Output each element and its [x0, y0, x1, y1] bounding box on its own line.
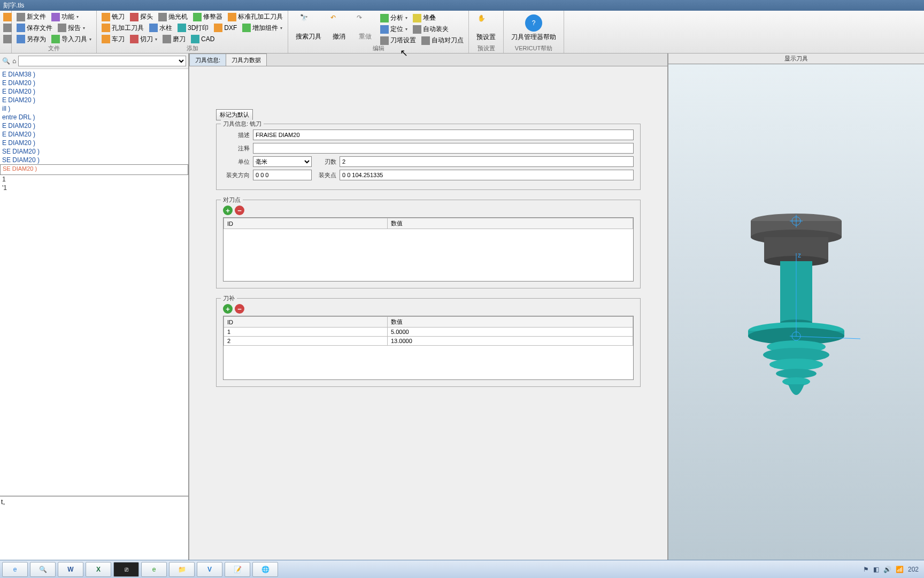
- gage-table-wrap[interactable]: ID数值: [223, 217, 634, 282]
- open-icon[interactable]: [3, 13, 12, 21]
- taskbar-magnifier[interactable]: 🔍: [30, 562, 56, 577]
- tab-tool-force[interactable]: 刀具力数据: [226, 54, 267, 66]
- tree-item[interactable]: SE DIAM20 ): [0, 147, 188, 156]
- 3dprint-button[interactable]: 3D打印: [176, 23, 210, 33]
- tree-item[interactable]: E DIAM20 ): [0, 96, 188, 104]
- stack-button[interactable]: 堆叠: [411, 13, 437, 23]
- comp-del-button[interactable]: −: [235, 304, 244, 314]
- tab-tool-info[interactable]: 刀具信息:: [189, 54, 226, 66]
- tree-item[interactable]: E DIAM20 ): [0, 130, 188, 139]
- page-icon[interactable]: [3, 35, 12, 43]
- tray-clock[interactable]: 202: [908, 566, 919, 573]
- table-row[interactable]: 15.0000: [224, 328, 633, 337]
- gage-col-val: 数值: [388, 218, 633, 229]
- tool-3d-model: z: [721, 194, 871, 430]
- taskbar-word[interactable]: W: [58, 562, 83, 577]
- gage-del-button[interactable]: −: [235, 206, 244, 215]
- save-file-button[interactable]: 保存文件: [15, 23, 54, 33]
- orient-input[interactable]: [253, 170, 312, 180]
- 3d-viewport[interactable]: z: [668, 64, 924, 560]
- taskbar-app2[interactable]: 🌐: [252, 562, 278, 577]
- save-as-button[interactable]: 另存为: [15, 34, 48, 44]
- tree-item[interactable]: E DIAM20 ): [0, 139, 188, 147]
- note-input[interactable]: [253, 143, 634, 154]
- tree-item[interactable]: E DIAM20 ): [0, 79, 188, 87]
- help-button[interactable]: ?刀具管理器帮助: [507, 12, 560, 44]
- analysis-icon: [380, 14, 389, 22]
- comp-add-button[interactable]: +: [223, 304, 233, 314]
- cad-button[interactable]: CAD: [189, 34, 216, 44]
- tool-info-fieldset: 刀具信息: 铣刀 描述 注释 单位 毫米 刃数 装夹方向: [216, 124, 641, 190]
- tray-volume-icon[interactable]: 🔊: [883, 566, 891, 573]
- new-file-icon: [17, 13, 25, 21]
- locate-button[interactable]: 定位▾: [379, 24, 409, 34]
- unit-select[interactable]: 毫米: [253, 156, 312, 167]
- tray-network-icon[interactable]: ◧: [873, 566, 879, 573]
- import-tool-button[interactable]: 导入刀具▾: [50, 34, 93, 44]
- dxf-button[interactable]: DXF: [212, 23, 238, 33]
- tree-item[interactable]: 1: [0, 175, 188, 184]
- analysis-button[interactable]: 分析▾: [379, 13, 409, 23]
- viewport-title: 显示刀具: [668, 54, 924, 64]
- comp-table-wrap[interactable]: ID数值 15.0000213.0000: [223, 316, 634, 380]
- std-hole-button[interactable]: 标准孔加工刀具: [226, 12, 284, 22]
- tree-item[interactable]: E DIAM38 ): [0, 70, 188, 79]
- right-panel: 显示刀具: [667, 54, 924, 560]
- lathe-button[interactable]: 车刀: [100, 34, 126, 44]
- taskbar-explorer[interactable]: 📁: [169, 562, 195, 577]
- mark-default-button[interactable]: 标记为默认: [216, 109, 253, 120]
- function-button[interactable]: 功能▾: [50, 12, 80, 22]
- taskbar-vericut[interactable]: V: [197, 562, 222, 577]
- cad-icon: [191, 35, 199, 43]
- polish-button[interactable]: 抛光机: [157, 12, 189, 22]
- home-icon[interactable]: ⌂: [12, 57, 16, 65]
- tree-item-selected[interactable]: SE DIAM20 ): [0, 164, 188, 175]
- tree-item[interactable]: entre DRL ): [0, 113, 188, 121]
- mill-button[interactable]: 铣刀: [100, 12, 126, 22]
- point-input[interactable]: [340, 170, 634, 180]
- taskbar-notepad[interactable]: 📝: [225, 562, 250, 577]
- taskbar-ie[interactable]: e: [2, 562, 28, 577]
- tray-signal-icon[interactable]: 📶: [896, 566, 904, 573]
- redo-button[interactable]: ↷重做: [352, 12, 378, 43]
- search-bar: 🔍 ⌂: [0, 54, 188, 69]
- binoculars-small-icon[interactable]: 🔍: [2, 57, 10, 65]
- tree-item[interactable]: ill ): [0, 104, 188, 113]
- gage-add-button[interactable]: +: [223, 206, 233, 215]
- preset-button[interactable]: ✋预设置: [472, 12, 500, 44]
- teeth-input[interactable]: [340, 156, 634, 167]
- grind-button[interactable]: 磨刀: [161, 34, 187, 44]
- tree-item[interactable]: E DIAM20 ): [0, 121, 188, 130]
- tree-item[interactable]: E DIAM20 ): [0, 87, 188, 96]
- binoculars-icon: 🔭: [300, 14, 317, 31]
- svg-point-12: [769, 359, 823, 370]
- report-button[interactable]: 报告▾: [56, 23, 87, 33]
- tree-item[interactable]: '1: [0, 184, 188, 192]
- system-tray[interactable]: ⚑ ◧ 🔊 📶 202: [863, 566, 922, 573]
- saveas-icon: [17, 35, 25, 43]
- auto-clamp-button[interactable]: 自动装夹: [411, 24, 450, 34]
- desc-input[interactable]: [253, 130, 634, 140]
- search-dropdown[interactable]: [18, 56, 186, 66]
- search-tool-button[interactable]: 🔭搜索刀具: [291, 12, 326, 43]
- dresser-button[interactable]: 修整器: [191, 12, 224, 22]
- cut-button[interactable]: 切刀▾: [128, 34, 159, 44]
- tray-flag-icon[interactable]: ⚑: [863, 566, 869, 573]
- hole-tool-button[interactable]: 孔加工刀具: [100, 23, 145, 33]
- doc-icon[interactable]: [3, 24, 12, 32]
- tabs: 刀具信息: 刀具力数据: [189, 54, 667, 66]
- tree-item[interactable]: SE DIAM20 ): [0, 156, 188, 164]
- probe-button[interactable]: 探头: [128, 12, 155, 22]
- taskbar-excel[interactable]: X: [86, 562, 111, 577]
- taskbar-app1[interactable]: ⎚: [113, 562, 139, 577]
- water-button[interactable]: 水柱: [148, 23, 174, 33]
- undo-button[interactable]: ↶撤消: [326, 12, 352, 43]
- undo-icon: ↶: [330, 14, 348, 31]
- addcomp-icon: [242, 24, 251, 32]
- table-row[interactable]: 213.0000: [224, 337, 633, 346]
- add-comp-button[interactable]: 增加组件▾: [241, 23, 284, 33]
- new-file-button[interactable]: 新文件: [15, 12, 48, 22]
- mill-icon: [102, 13, 110, 21]
- tool-tree[interactable]: E DIAM38 )E DIAM20 )E DIAM20 )E DIAM20 )…: [0, 69, 188, 496]
- taskbar-browser[interactable]: e: [141, 562, 167, 577]
